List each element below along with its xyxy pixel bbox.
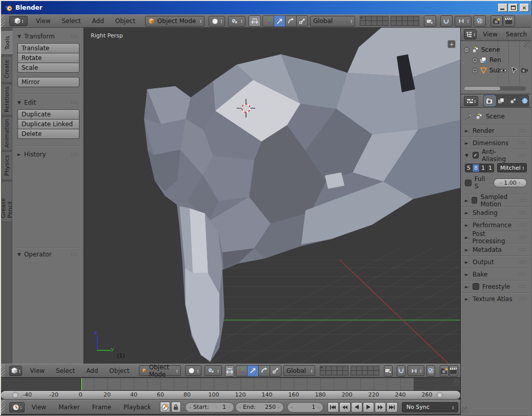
visibility-eye-icon[interactable] <box>500 68 507 73</box>
panel-header-history[interactable]: ► History ∷∷ <box>16 149 79 161</box>
panel-header-performance[interactable]: ► Performance ∷∷ <box>461 219 531 231</box>
menu-object[interactable]: Object <box>109 367 129 374</box>
menu-select[interactable]: Select <box>56 367 75 374</box>
manipulator-toggle[interactable] <box>236 365 248 377</box>
snap-target-button[interactable] <box>426 365 435 377</box>
titlebar[interactable]: Blender ✕ <box>1 1 531 14</box>
menu-search[interactable]: Search <box>506 31 527 38</box>
tab-scene[interactable] <box>508 96 519 106</box>
tree-item-suzanne[interactable]: + Suz <box>472 66 501 75</box>
panel-grip[interactable]: ∷∷ <box>519 222 527 228</box>
panel-grip[interactable]: ∷∷ <box>519 271 527 277</box>
expand-icon[interactable]: + <box>472 68 478 73</box>
region-resize-grip[interactable] <box>453 378 460 385</box>
jump-to-end-button[interactable] <box>386 402 398 412</box>
scale-manipulator[interactable] <box>296 15 308 27</box>
panel-header-freestyle[interactable]: ► Freestyle ∷∷ <box>461 280 531 292</box>
snap-toggle[interactable] <box>397 365 405 377</box>
region-expand-button[interactable]: + <box>447 40 456 48</box>
rotate-manipulator[interactable] <box>258 365 270 377</box>
snap-target-button[interactable] <box>474 15 486 27</box>
lock-frame-button[interactable] <box>171 402 181 412</box>
render-button[interactable] <box>490 15 503 27</box>
editor-type-button[interactable]: ▴▾ <box>464 96 478 106</box>
panel-grip[interactable]: ∷∷ <box>519 140 527 146</box>
editor-type-button[interactable]: ▴▾ <box>464 29 477 39</box>
tab-grease-pencil[interactable]: Grease Pencil <box>1 181 12 222</box>
panel-header-dimensions[interactable]: ► Dimensions ∷∷ <box>461 136 531 149</box>
panel-header-edit[interactable]: ▼ Edit ∷∷ <box>16 97 79 109</box>
tab-animation[interactable]: Animation <box>1 116 12 150</box>
timeline-ruler[interactable]: -40 -20 0 20 40 60 80 100 120 140 160 18… <box>1 391 460 400</box>
panel-header-transform[interactable]: ▼ Transform ∷∷ <box>16 31 79 43</box>
menu-view[interactable]: View <box>483 31 497 38</box>
panel-grip[interactable]: ∷∷ <box>71 34 78 39</box>
menu-select[interactable]: Select <box>62 17 80 25</box>
panel-grip[interactable]: ∷∷ <box>519 210 527 215</box>
panel-grip[interactable]: ∷∷ <box>519 284 527 289</box>
panel-grip[interactable]: ∷∷ <box>71 252 78 257</box>
start-frame-field[interactable]: ‹ Start: 1 › <box>185 402 234 412</box>
current-frame-field[interactable]: ‹ 1 › <box>287 402 323 412</box>
filter-size-slider[interactable]: ‹ 1.00 › <box>494 179 527 187</box>
aa-samples-5[interactable]: 5 <box>465 164 473 172</box>
current-frame-marker[interactable] <box>80 378 82 390</box>
panel-grip[interactable]: ∷∷ <box>519 128 527 133</box>
shading-dropdown[interactable]: ▴▾ <box>185 365 202 376</box>
translate-manipulator[interactable] <box>274 15 285 27</box>
anti-aliasing-checkbox[interactable]: ✓ <box>473 152 479 159</box>
sync-dropdown[interactable]: No Sync ▴▾ <box>402 402 458 412</box>
selectable-cursor-icon[interactable] <box>511 67 517 74</box>
menu-object[interactable]: Object <box>115 17 135 25</box>
center-points-toggle[interactable] <box>249 15 261 27</box>
tab-physics[interactable]: Physics <box>1 151 12 180</box>
render-animation-button[interactable] <box>503 15 515 27</box>
menu-playback[interactable]: Playback <box>124 404 151 411</box>
panel-grip[interactable]: ∷∷ <box>519 234 527 240</box>
menu-view[interactable]: View <box>30 367 45 374</box>
mode-dropdown[interactable]: Object Mode ▴▾ <box>139 365 180 376</box>
panel-grip[interactable]: ∷∷ <box>519 152 527 158</box>
viewport-3d[interactable]: Right Persp + z y (1) <box>84 28 460 364</box>
scrollbar-thumb[interactable] <box>464 87 500 90</box>
translate-button[interactable]: Translate <box>17 43 79 53</box>
shading-dropdown[interactable]: ▴▾ <box>209 16 226 27</box>
minimize-button[interactable] <box>498 4 507 12</box>
menu-frame[interactable]: Frame <box>92 404 111 411</box>
rotate-button[interactable]: Rotate <box>17 53 79 63</box>
timeline-track[interactable] <box>1 378 460 391</box>
panel-grip[interactable]: ∷∷ <box>519 259 527 265</box>
panel-grip[interactable]: ∷∷ <box>519 296 527 302</box>
end-frame-field[interactable]: ‹ End: 250 › <box>235 402 284 412</box>
render-button[interactable] <box>440 365 449 377</box>
play-reverse-button[interactable] <box>351 402 362 412</box>
prev-keyframe-button[interactable] <box>339 402 351 412</box>
panel-grip[interactable]: ∷∷ <box>519 247 527 252</box>
renderable-camera-icon[interactable] <box>521 67 528 73</box>
collapse-icon[interactable]: − <box>464 47 469 53</box>
panel-header-bake[interactable]: ► Bake ∷∷ <box>461 268 531 280</box>
aa-samples-8[interactable]: 8 <box>472 164 480 172</box>
panel-header-render[interactable]: ► Render ∷∷ <box>461 124 531 136</box>
tab-render-layers[interactable] <box>496 96 507 106</box>
region-resize-grip[interactable] <box>461 407 468 414</box>
play-button[interactable] <box>363 402 374 412</box>
next-keyframe-button[interactable] <box>375 402 386 412</box>
rotate-manipulator[interactable] <box>285 15 297 27</box>
panel-header-texture-atlas[interactable]: ► Texture Atlas ∷∷ <box>461 292 531 305</box>
menu-marker[interactable]: Marker <box>58 404 79 411</box>
menu-view[interactable]: View <box>36 17 50 25</box>
menu-view[interactable]: View <box>32 404 46 411</box>
translate-manipulator[interactable] <box>247 365 259 377</box>
orientation-dropdown[interactable]: Global ▴▾ <box>283 365 316 376</box>
snap-element-dropdown[interactable]: ▴▾ <box>407 365 425 376</box>
orientation-dropdown[interactable]: Global ▴▾ <box>310 16 355 27</box>
panel-header-shading[interactable]: ► Shading ∷∷ <box>461 206 531 219</box>
editor-type-button[interactable]: ▴▾ <box>9 16 28 26</box>
delete-button[interactable]: Delete <box>17 129 79 139</box>
snap-toggle[interactable] <box>440 15 453 27</box>
layers-widget[interactable] <box>360 16 419 26</box>
tree-item-renderlayers[interactable]: + Ren <box>472 55 501 65</box>
panel-header-operator[interactable]: ▼ Operator ∷∷ <box>16 249 79 261</box>
sampled-motion-checkbox[interactable] <box>472 197 477 204</box>
